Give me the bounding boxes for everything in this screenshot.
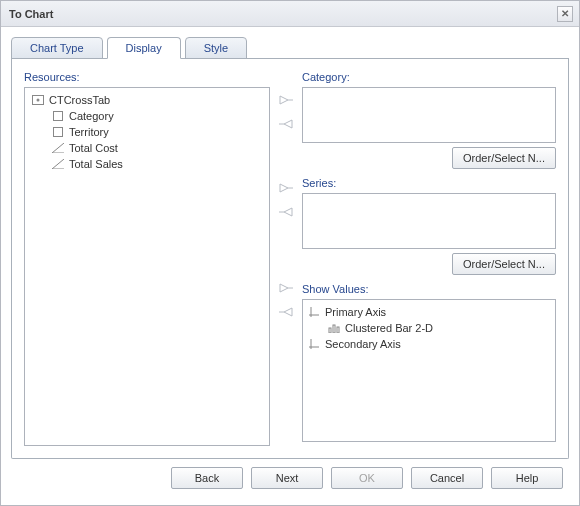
tree-node-root[interactable]: CTCrossTab [29,92,265,108]
measure-icon [51,158,65,170]
axis-label: Primary Axis [325,306,386,318]
ok-button[interactable]: OK [331,467,403,489]
show-values-listbox[interactable]: Primary Axis Clustered Bar 2-D [302,299,556,442]
remove-from-series-button[interactable] [276,205,296,221]
series-listbox[interactable] [302,193,556,249]
svg-rect-2 [54,112,63,121]
tree-label: Total Sales [69,158,123,170]
crosstab-icon [31,94,45,106]
axis-node-primary[interactable]: Primary Axis [307,304,551,320]
window-title: To Chart [9,8,53,20]
svg-rect-19 [333,325,335,333]
tree-label: Category [69,110,114,122]
button-label: Back [195,472,219,484]
remove-from-values-button[interactable] [276,305,296,321]
help-button[interactable]: Help [491,467,563,489]
close-icon: ✕ [561,8,569,19]
category-label: Category: [302,71,556,83]
add-to-values-button[interactable] [276,281,296,297]
bar-chart-icon [327,322,341,334]
svg-marker-10 [284,208,292,216]
tree-node-field[interactable]: Territory [29,124,265,140]
remove-from-category-button[interactable] [276,117,296,133]
arrow-left-icon [278,306,294,320]
tab-strip: Chart Type Display Style [11,35,569,59]
tree-node-field[interactable]: Category [29,108,265,124]
targets-column: Category: Order/Select N... Series: Orde… [302,71,556,446]
transfer-arrows-column [270,71,302,446]
svg-rect-18 [329,328,331,333]
cancel-button[interactable]: Cancel [411,467,483,489]
dialog-window: To Chart ✕ Chart Type Display Style Reso… [0,0,580,506]
add-to-category-button[interactable] [276,93,296,109]
chart-type-label: Clustered Bar 2-D [345,322,433,334]
button-label: Help [516,472,539,484]
arrow-right-icon [278,94,294,108]
field-icon [51,110,65,122]
svg-marker-12 [280,284,288,292]
tab-label: Chart Type [30,42,84,54]
series-label: Series: [302,177,556,189]
svg-marker-8 [280,184,288,192]
tab-chart-type[interactable]: Chart Type [11,37,103,59]
category-listbox[interactable] [302,87,556,143]
svg-marker-14 [284,308,292,316]
arrow-left-icon [278,118,294,132]
arrow-left-icon [278,206,294,220]
axis-icon [307,306,321,318]
chart-type-node[interactable]: Clustered Bar 2-D [307,320,551,336]
tree-node-measure[interactable]: Total Cost [29,140,265,156]
next-button[interactable]: Next [251,467,323,489]
tree-label: Total Cost [69,142,118,154]
button-label: Cancel [430,472,464,484]
axis-node-secondary[interactable]: Secondary Axis [307,336,551,352]
arrow-right-icon [278,182,294,196]
svg-marker-4 [280,96,288,104]
add-to-series-button[interactable] [276,181,296,197]
category-order-select-button[interactable]: Order/Select N... [452,147,556,169]
button-label: OK [359,472,375,484]
tree-label: CTCrossTab [49,94,110,106]
titlebar: To Chart ✕ [1,1,579,27]
back-button[interactable]: Back [171,467,243,489]
display-panel: Resources: CTCrossTab [11,59,569,459]
resources-label: Resources: [24,71,270,83]
tree-label: Territory [69,126,109,138]
axis-label: Secondary Axis [325,338,401,350]
series-order-select-button[interactable]: Order/Select N... [452,253,556,275]
button-label: Order/Select N... [463,152,545,164]
close-button[interactable]: ✕ [557,6,573,22]
resources-listbox[interactable]: CTCrossTab Category Territ [24,87,270,446]
content-area: Chart Type Display Style Resources: [1,27,579,505]
svg-point-1 [37,99,40,102]
tree-node-measure[interactable]: Total Sales [29,156,265,172]
resources-tree: CTCrossTab Category Territ [29,92,265,172]
tab-style[interactable]: Style [185,37,247,59]
show-values-label: Show Values: [302,283,556,295]
measure-icon [51,142,65,154]
button-label: Next [276,472,299,484]
tab-label: Style [204,42,228,54]
button-label: Order/Select N... [463,258,545,270]
arrow-right-icon [278,282,294,296]
resources-column: Resources: CTCrossTab [24,71,270,446]
dialog-footer: Back Next OK Cancel Help [11,467,569,495]
svg-marker-6 [284,120,292,128]
axis-icon [307,338,321,350]
svg-rect-20 [337,327,339,333]
tab-display[interactable]: Display [107,37,181,59]
tab-label: Display [126,42,162,54]
field-icon [51,126,65,138]
svg-rect-3 [54,128,63,137]
